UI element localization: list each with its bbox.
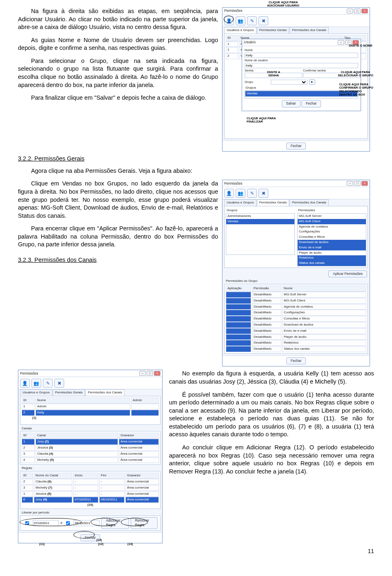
paragraph: Agora clique na aba Permissões Gerais. V… (18, 167, 374, 175)
callout-sel-grupo: CLIQUE AQUI PARA SELECIONAR O GRUPO (338, 71, 373, 78)
label-nome-usuario: Nome de usuário (245, 58, 269, 63)
paragraph: É possível também, fazer com que o usuár… (169, 391, 374, 439)
nome-field[interactable] (245, 53, 358, 58)
confirm-group-button[interactable]: ▸ (309, 79, 315, 85)
minimize-icon[interactable]: – (338, 40, 344, 45)
edit-icon[interactable]: ✎ (247, 189, 257, 198)
permissions-label: Permissões (298, 208, 366, 213)
minimize-icon[interactable]: – (347, 181, 353, 186)
marker: (11) (39, 543, 45, 546)
tab-permissoes-canais[interactable]: Permissões dos Canais (290, 199, 329, 206)
table-row[interactable]: DesabilitadoMG-Soft Server (226, 292, 366, 298)
permission-item[interactable]: Agenda de contatos (298, 224, 366, 230)
period-checkbox-end[interactable] (66, 521, 70, 525)
edit-icon[interactable]: ✎ (43, 379, 53, 388)
delete-icon[interactable]: ✖ (258, 189, 268, 198)
tab-permissoes-gerais[interactable]: Permissões Gerais (257, 27, 290, 33)
salvar-button[interactable]: Salvar (282, 100, 301, 107)
canais-header: ID Canal Gravador (22, 433, 159, 439)
permission-item[interactable]: Download de áudios (298, 240, 366, 245)
tab-usuarios-grupos[interactable]: Usuários e Grupos (224, 199, 256, 206)
table-row[interactable]: DesabilitadoStatus dos canais (226, 346, 366, 352)
table-row[interactable]: DesabilitadoRelatórios (226, 340, 366, 346)
tab-permissoes-gerais[interactable]: Permissões Gerais (53, 389, 85, 396)
permission-item[interactable]: Envio de e-mail (298, 245, 366, 250)
marker: (10) (87, 503, 93, 507)
table-row[interactable]: 1Josy (2)Área comercial (22, 439, 159, 445)
label-senha: Senha (245, 69, 269, 73)
table-row[interactable]: 6Josy (9)07/10/201108/10/2011Área comerc… (22, 497, 159, 503)
adicionar-regra-button[interactable]: Adicionar Regra (101, 517, 129, 529)
fechar-button[interactable]: Fechar (286, 357, 306, 364)
close-icon[interactable]: × (361, 9, 368, 13)
grupo-select[interactable] (271, 80, 307, 85)
maximize-icon[interactable]: □ (147, 371, 153, 376)
permission-item[interactable]: Player de áudio (298, 250, 366, 256)
table-row[interactable]: DesabilitadoMG-Soft Client (226, 298, 366, 304)
group-item-selected[interactable]: Vendas (226, 219, 294, 224)
table-row[interactable]: 3Cláudia (4)Área comercial (22, 451, 159, 457)
add-user-icon[interactable]: 👤 (20, 379, 30, 388)
tab-usuarios-grupos[interactable]: Usuários e Grupos (20, 389, 52, 396)
page-number: 11 (18, 547, 374, 555)
paragraph: Ao concluir clique em Adicionar Regra (1… (169, 444, 374, 476)
table-row[interactable]: 2Cláudia (6)--Área comercial (22, 479, 159, 485)
delete-icon[interactable]: ✖ (258, 16, 268, 25)
date-start[interactable] (33, 520, 59, 526)
table-row[interactable]: DesabilitadoPlayer de áudio (226, 334, 366, 340)
permissions-listbox[interactable]: MG-Soft ServerMG-Soft ClientAgenda de co… (297, 213, 366, 266)
liberar-label: Liberar por período (19, 511, 162, 515)
add-user-icon[interactable]: 👤 (224, 16, 234, 25)
tab-permissoes-canais[interactable]: Permissões dos Canais (290, 27, 329, 33)
add-user-icon[interactable]: 👤 (224, 189, 234, 198)
table-row[interactable]: 3Michelly (7)--Área comercial (22, 485, 159, 491)
minimize-icon[interactable]: – (139, 371, 146, 376)
permission-item[interactable]: Consultas e filtros (298, 234, 366, 240)
permission-item[interactable]: MG-Soft Server (298, 214, 366, 219)
maximize-icon[interactable]: □ (354, 181, 361, 186)
nome-usuario-field[interactable] (245, 63, 358, 68)
aplicar-permissoes-button[interactable]: Aplicar Permissões (328, 270, 367, 277)
table-row[interactable]: DesabilitadoConsultas e filtros (226, 316, 366, 322)
table-row[interactable]: DesabilitadoDownload de áudios (226, 322, 366, 328)
groups-listbox[interactable]: Administradores Vendas (226, 213, 295, 255)
permission-item[interactable]: Relatórios (298, 255, 366, 261)
close-icon[interactable]: × (154, 371, 160, 376)
permission-item[interactable]: Configurações (298, 229, 366, 234)
callout-finalizar: CLIQUE AQUI PARA FINALIZAR (247, 117, 276, 124)
minimize-icon[interactable]: – (347, 9, 353, 13)
table-row[interactable]: 2 Kelly (22, 410, 159, 416)
table-row[interactable]: 1 Admin (22, 404, 159, 410)
fechar-button[interactable]: Fechar (286, 143, 306, 150)
tab-permissoes-gerais[interactable]: Permissões Gerais (257, 199, 290, 206)
delete-icon[interactable]: ✖ (54, 379, 64, 388)
users-header: ID Nome Admin (22, 397, 159, 404)
add-group-icon[interactable]: 👥 (31, 379, 41, 388)
add-group-icon[interactable]: 👥 (236, 189, 245, 198)
callout-conf-grupo: CLIQUE AQUI PARA CONFIRMAR O GRUPO SELEC… (339, 83, 373, 96)
label-confirmar-senha: Confirmar senha (303, 69, 327, 73)
table-row[interactable]: 1Jéssica (8)--Área comercial (22, 491, 159, 497)
tab-permissoes-canais[interactable]: Permissões dos Canais (85, 389, 125, 396)
maximize-icon[interactable]: □ (354, 9, 361, 13)
fechar-button[interactable]: Fechar (301, 100, 321, 107)
paragraph: Na figura à direita são exibidas as etap… (18, 7, 218, 31)
permission-item[interactable]: MG-Soft Client (298, 219, 366, 224)
table-row[interactable]: 4Michelly (5)Área comercial (22, 457, 159, 463)
edit-icon[interactable]: ✎ (247, 16, 257, 25)
close-icon[interactable]: × (361, 181, 368, 186)
dialog-title: Usuário (244, 40, 256, 45)
table-row[interactable]: DesabilitadoEnvio de e-mail (226, 328, 366, 334)
remover-regra-button[interactable]: Remover Regra (131, 517, 158, 529)
period-checkbox[interactable] (25, 521, 29, 525)
table-row[interactable]: DesabilitadoAgenda de contatos (226, 304, 366, 310)
group-item[interactable]: Administradores (226, 214, 294, 219)
window-title: Permissões (224, 181, 242, 186)
add-group-icon[interactable]: 👥 (236, 16, 245, 25)
table-row[interactable]: DesabilitadoConfigurações (226, 310, 366, 316)
table-row[interactable]: 2Jéssica (3)Área comercial (22, 445, 159, 451)
groups-label: Grupos (227, 208, 295, 213)
tab-usuarios-grupos[interactable]: Usuários e Grupos (224, 27, 256, 33)
permission-item[interactable]: Status dos canais (298, 261, 366, 266)
date-end[interactable] (74, 520, 100, 526)
